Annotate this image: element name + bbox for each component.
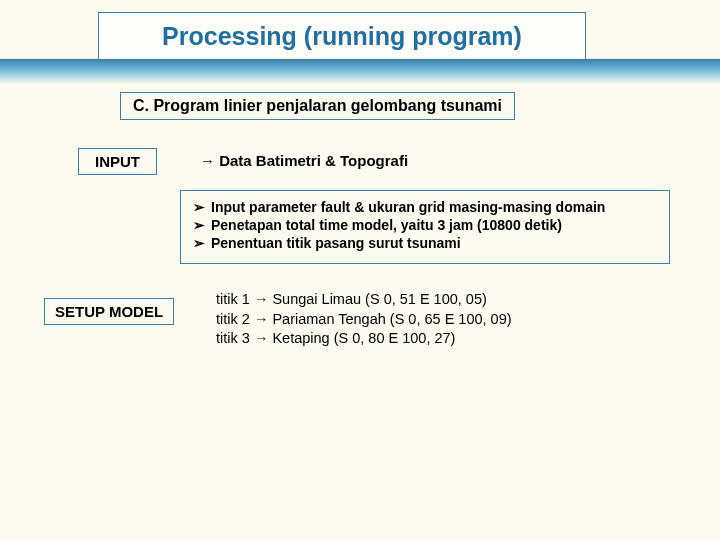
titik-block: titik 1 → Sungai Limau (S 0, 51 E 100, 0… xyxy=(216,290,512,349)
titik-name: Ketaping xyxy=(272,330,329,346)
bullet-text: Penetapan total time model, yaitu 3 jam … xyxy=(211,217,562,233)
titik-coords: (S 0, 51 E 100, 05) xyxy=(365,291,487,307)
titik-line: titik 2 → Pariaman Tengah (S 0, 65 E 100… xyxy=(216,310,512,330)
titik-prefix: titik 3 xyxy=(216,330,250,346)
titik-prefix: titik 1 xyxy=(216,291,250,307)
arrow-icon: → xyxy=(200,152,215,169)
bullets-box: ➢ Input parameter fault & ukuran grid ma… xyxy=(180,190,670,264)
setup-model-label-box: SETUP MODEL xyxy=(44,298,174,325)
bullet-text: Penentuan titik pasang surut tsunami xyxy=(211,235,461,251)
bullet-item: ➢ Penetapan total time model, yaitu 3 ja… xyxy=(193,217,657,233)
page-title: Processing (running program) xyxy=(162,22,522,51)
titik-name: Sungai Limau xyxy=(272,291,361,307)
bullet-marker-icon: ➢ xyxy=(193,235,211,251)
decorative-wave xyxy=(0,58,720,84)
bullet-marker-icon: ➢ xyxy=(193,199,211,215)
titik-line: titik 1 → Sungai Limau (S 0, 51 E 100, 0… xyxy=(216,290,512,310)
titik-line: titik 3 → Ketaping (S 0, 80 E 100, 27) xyxy=(216,329,512,349)
bullet-marker-icon: ➢ xyxy=(193,217,211,233)
bullet-item: ➢ Input parameter fault & ukuran grid ma… xyxy=(193,199,657,215)
bullet-text: Input parameter fault & ukuran grid masi… xyxy=(211,199,605,215)
arrow-icon: → xyxy=(254,330,269,346)
subtitle-box: C. Program linier penjalaran gelombang t… xyxy=(120,92,515,120)
input-label-box: INPUT xyxy=(78,148,157,175)
bullet-item: ➢ Penentuan titik pasang surut tsunami xyxy=(193,235,657,251)
input-text: → Data Batimetri & Topografi xyxy=(200,152,408,169)
titik-coords: (S 0, 80 E 100, 27) xyxy=(334,330,456,346)
arrow-icon: → xyxy=(254,311,269,327)
input-value: Data Batimetri & Topografi xyxy=(219,152,408,169)
titik-prefix: titik 2 xyxy=(216,311,250,327)
titik-coords: (S 0, 65 E 100, 09) xyxy=(390,311,512,327)
arrow-icon: → xyxy=(254,291,269,307)
title-box: Processing (running program) xyxy=(98,12,586,60)
titik-name: Pariaman Tengah xyxy=(272,311,385,327)
